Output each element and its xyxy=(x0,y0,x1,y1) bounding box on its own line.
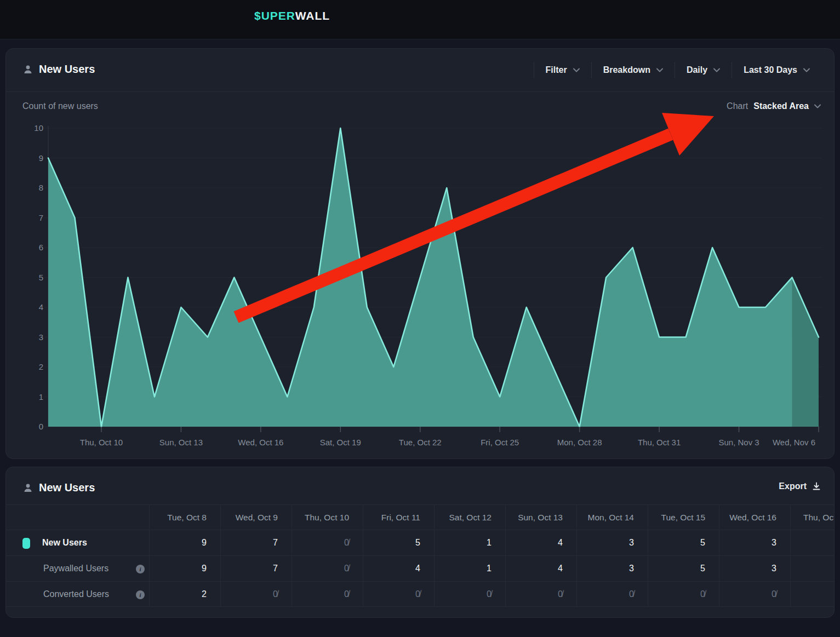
value-cell: 3 xyxy=(576,530,648,555)
x-axis-label: Sat, Oct 19 xyxy=(305,438,376,447)
value-cell: 0̸ xyxy=(505,582,576,606)
row-label-cell: New Users xyxy=(6,530,149,555)
export-button[interactable]: Export xyxy=(779,481,821,491)
y-axis-label: 6 xyxy=(19,243,43,252)
y-axis-label: 4 xyxy=(19,302,43,312)
value-cell: 0̸ xyxy=(719,582,790,606)
row-label-cell: Paywalled Usersi xyxy=(6,556,149,581)
value-cell: 3 xyxy=(576,556,648,581)
export-label: Export xyxy=(779,481,807,491)
y-axis-label: 5 xyxy=(19,273,43,282)
y-axis-label: 2 xyxy=(19,362,43,371)
column-header: Mon, Oct 14 xyxy=(576,505,648,530)
column-header: Thu, Oct 17 xyxy=(790,505,835,530)
row-label: Paywalled Users xyxy=(43,564,108,573)
info-icon[interactable]: i xyxy=(136,590,145,599)
table-corner-cell xyxy=(6,505,149,530)
x-axis-label: Thu, Oct 31 xyxy=(624,438,695,447)
value-cell: 3 xyxy=(719,530,790,555)
value-cell: 9 xyxy=(149,530,220,555)
value-cell: 0̸ xyxy=(292,582,363,606)
value-cell: 0̸ xyxy=(363,582,434,606)
table-row: Paywalled Usersi970̸414353 xyxy=(6,555,835,581)
y-axis-label: 3 xyxy=(19,332,43,342)
value-cell: 5 xyxy=(363,530,434,555)
y-axis-label: 1 xyxy=(19,392,43,401)
x-axis-label: Sun, Oct 13 xyxy=(145,438,216,447)
x-axis-label: Tue, Oct 22 xyxy=(385,438,456,447)
column-header: Thu, Oct 10 xyxy=(292,505,363,530)
value-cell: 0̸ xyxy=(434,582,505,606)
value-cell: 4 xyxy=(505,556,576,581)
y-axis-label: 7 xyxy=(19,213,43,222)
column-header: Wed, Oct 9 xyxy=(220,505,292,530)
x-axis-label: Wed, Nov 6 xyxy=(758,438,830,447)
area-fill-incomplete xyxy=(792,278,819,427)
row-label: New Users xyxy=(42,538,87,548)
row-label: Converted Users xyxy=(43,589,109,599)
row-label-cell: Converted Usersi xyxy=(6,582,149,606)
download-icon xyxy=(812,482,821,491)
value-cell: 1 xyxy=(434,556,505,581)
x-axis-label: Mon, Oct 28 xyxy=(544,438,615,447)
column-header: Sat, Oct 12 xyxy=(434,505,505,530)
value-cell: 7 xyxy=(220,556,292,581)
logo-primary: $UPER xyxy=(254,9,295,22)
value-cell: 1 xyxy=(434,530,505,555)
new-users-table-card: New Users Export Tue, Oct 8Wed, Oct 9Thu… xyxy=(5,467,835,618)
column-header: Fri, Oct 11 xyxy=(363,505,434,530)
value-cell: 5 xyxy=(648,556,719,581)
table-card-title: New Users xyxy=(39,481,95,494)
info-icon[interactable]: i xyxy=(136,565,145,573)
value-cell: 0̸ xyxy=(576,582,648,606)
column-header: Wed, Oct 16 xyxy=(719,505,790,530)
table-row: Converted Usersi20̸0̸0̸0̸0̸0̸0̸0̸ xyxy=(6,581,835,607)
superwall-logo[interactable]: $UPERWALL xyxy=(254,9,330,22)
value-cell: 0̸ xyxy=(648,582,719,606)
daily-metrics-table: Tue, Oct 8Wed, Oct 9Thu, Oct 10Fri, Oct … xyxy=(6,504,835,607)
column-header: Tue, Oct 15 xyxy=(648,505,719,530)
y-axis-label: 9 xyxy=(19,153,43,163)
value-cell: 0̸ xyxy=(292,556,363,581)
column-header: Sun, Oct 13 xyxy=(505,505,576,530)
value-cell: 4 xyxy=(505,530,576,555)
y-axis-label: 10 xyxy=(19,123,43,133)
logo-secondary: WALL xyxy=(295,9,330,22)
value-cell: 5 xyxy=(648,530,719,555)
value-cell xyxy=(790,556,835,581)
new-users-chart-card: New Users Filter Breakdown Daily Last 30… xyxy=(5,48,835,459)
y-axis-label: 8 xyxy=(19,183,43,192)
person-icon xyxy=(22,483,33,493)
column-header: Tue, Oct 8 xyxy=(149,505,220,530)
value-cell: 7 xyxy=(220,530,292,555)
y-axis-label: 0 xyxy=(19,422,43,431)
series-color-swatch xyxy=(22,538,30,549)
value-cell: 0̸ xyxy=(220,582,292,606)
value-cell: 0̸ xyxy=(292,530,363,555)
value-cell: 9 xyxy=(149,556,220,581)
table-card-header: New Users Export xyxy=(6,467,834,510)
table-row: New Users970̸514353 xyxy=(6,530,835,555)
value-cell xyxy=(790,530,835,555)
top-nav-bar: $UPERWALL xyxy=(0,0,840,39)
area-chart-canvas[interactable] xyxy=(6,49,835,459)
x-axis-label: Wed, Oct 16 xyxy=(225,438,296,447)
x-axis-label: Fri, Oct 25 xyxy=(464,438,535,447)
value-cell xyxy=(790,582,835,606)
table-header-row: Tue, Oct 8Wed, Oct 9Thu, Oct 10Fri, Oct … xyxy=(6,504,835,530)
value-cell: 3 xyxy=(719,556,790,581)
value-cell: 2 xyxy=(149,582,220,606)
x-axis-label: Thu, Oct 10 xyxy=(66,438,137,447)
value-cell: 4 xyxy=(363,556,434,581)
